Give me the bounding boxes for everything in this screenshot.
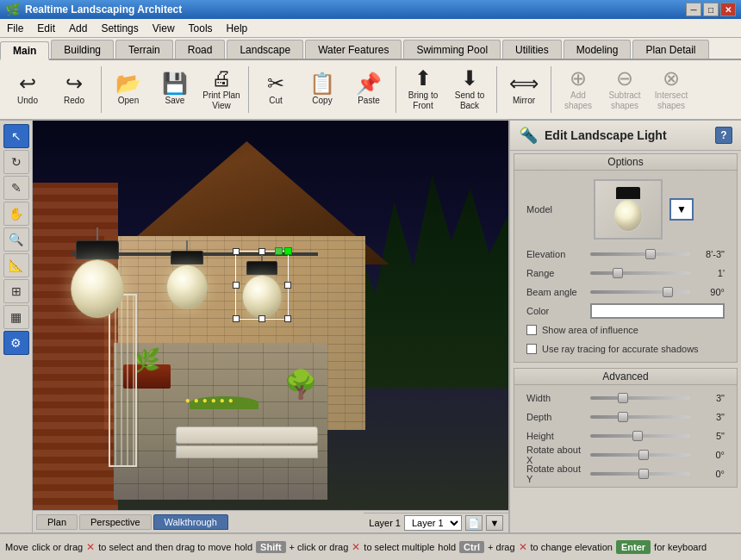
color-row: Color (521, 302, 730, 320)
panel-help-button[interactable]: ? (715, 127, 732, 144)
layer-btn-1[interactable]: 📄 (465, 515, 483, 531)
bring-front-button[interactable]: ⬆ Bring to Front (401, 63, 445, 116)
save-button[interactable]: 💾 Save (153, 63, 197, 116)
select-tool[interactable]: ↖ (3, 124, 29, 148)
elevation-slider[interactable] (590, 252, 690, 256)
railing-bars (110, 296, 135, 465)
status-click-drag: click or drag (32, 542, 83, 552)
mirror-button[interactable]: ⟺ Mirror (501, 63, 546, 116)
viewport-bottom-bar: Plan Perspective Walkthrough Layer 1 Lay… (33, 510, 508, 532)
height-slider[interactable] (590, 434, 690, 438)
open-button[interactable]: 📂 Open (106, 63, 151, 116)
cut-button[interactable]: ✂ Cut (253, 63, 298, 116)
undo-button[interactable]: ↩ Undo (5, 63, 50, 116)
window-controls[interactable]: ─ □ ✕ (686, 3, 736, 16)
menu-settings[interactable]: Settings (94, 21, 145, 36)
color-swatch[interactable] (590, 303, 725, 319)
settings-tool[interactable]: ⚙ (3, 331, 29, 355)
layer-btn-2[interactable]: ▼ (486, 515, 503, 531)
width-row: Width 3" (521, 389, 730, 408)
rotate-tool[interactable]: ↻ (3, 150, 29, 174)
options-section-content: Model ▼ Elevation (514, 171, 737, 362)
subtract-shapes-label: Subtract shapes (605, 90, 644, 111)
minimize-button[interactable]: ─ (686, 3, 701, 16)
menu-edit[interactable]: Edit (30, 21, 62, 36)
status-plus-click: + click or drag (290, 542, 349, 552)
send-back-button[interactable]: ⬇ Send to Back (447, 63, 492, 116)
handle-tr-green (284, 247, 292, 255)
tab-bar: Main Building Terrain Road Landscape Wat… (0, 38, 741, 60)
grid-tool-1[interactable]: ⊞ (3, 279, 29, 303)
tab-landscape[interactable]: Landscape (227, 40, 303, 59)
close-button[interactable]: ✕ (720, 3, 736, 16)
layer-select[interactable]: Layer 1 (404, 515, 462, 531)
width-thumb[interactable] (618, 393, 628, 403)
app-title: Realtime Landscaping Architect (25, 3, 182, 16)
add-shapes-label: Add shapes (558, 90, 598, 111)
tab-main[interactable]: Main (0, 41, 49, 60)
status-enter-key: Enter (616, 540, 651, 554)
status-hold: hold (234, 542, 252, 552)
view-tab-plan[interactable]: Plan (36, 514, 78, 530)
menu-help[interactable]: Help (220, 21, 255, 36)
print-button[interactable]: 🖨 Print Plan View (199, 63, 244, 116)
elevation-thumb[interactable] (645, 249, 656, 259)
app-icon: 🌿 (5, 3, 20, 16)
menu-file[interactable]: File (0, 21, 30, 36)
tab-utilities[interactable]: Utilities (502, 40, 562, 59)
range-thumb[interactable] (613, 268, 623, 278)
tab-building[interactable]: Building (51, 40, 114, 59)
elevation-value: 8'-3" (694, 249, 725, 259)
pan-tool[interactable]: ✋ (3, 202, 29, 226)
cut-label: Cut (269, 96, 283, 106)
range-slider[interactable] (590, 271, 690, 275)
status-move: Move (5, 542, 28, 552)
pen-tool[interactable]: ✎ (3, 176, 29, 200)
paste-button[interactable]: 📌 Paste (346, 63, 391, 116)
menu-view[interactable]: View (146, 21, 182, 36)
view-tab-perspective[interactable]: Perspective (79, 514, 151, 530)
rotate-y-slider[interactable] (590, 472, 690, 476)
rotate-y-thumb[interactable] (638, 469, 649, 479)
grid-tool-2[interactable]: ▦ (3, 305, 29, 329)
width-slider[interactable] (590, 396, 690, 400)
ray-tracing-checkbox[interactable] (526, 344, 537, 354)
handle-ml (233, 282, 240, 289)
rotate-x-thumb[interactable] (638, 450, 649, 460)
show-influence-checkbox[interactable] (526, 325, 537, 335)
height-thumb[interactable] (632, 431, 643, 441)
range-value: 1' (694, 268, 725, 278)
depth-slider[interactable] (590, 415, 690, 419)
menu-add[interactable]: Add (62, 21, 94, 36)
tab-swimming-pool[interactable]: Swimming Pool (403, 40, 501, 59)
tab-road[interactable]: Road (175, 40, 226, 59)
undo-icon: ↩ (19, 73, 36, 94)
maximize-button[interactable]: □ (703, 3, 719, 16)
tab-plan-detail[interactable]: Plan Detail (632, 40, 708, 59)
range-row: Range 1' (521, 264, 730, 283)
beam-angle-thumb[interactable] (663, 287, 673, 297)
menu-tools[interactable]: Tools (182, 21, 220, 36)
zoom-tool[interactable]: 🔍 (3, 227, 29, 252)
layer-bar: Layer 1 Layer 1 📄 ▼ (364, 513, 508, 532)
rotate-x-slider[interactable] (590, 453, 690, 457)
separator-5 (551, 66, 551, 113)
status-shift-key: Shift (256, 541, 285, 553)
lamp-3-selected[interactable] (242, 252, 282, 318)
handle-bl (233, 315, 240, 322)
add-shapes-button: ⊕ Add shapes (556, 63, 601, 116)
model-dropdown-button[interactable]: ▼ (669, 198, 694, 221)
depth-thumb[interactable] (618, 412, 628, 422)
lamp-1 (71, 227, 124, 318)
view-tab-walkthrough[interactable]: Walkthrough (153, 514, 228, 530)
tab-modeling[interactable]: Modeling (564, 40, 632, 59)
tab-water-features[interactable]: Water Features (305, 40, 402, 59)
viewport[interactable]: 🌿 🌳 ●●●●●● Plan Perspective Walkthrough … (33, 121, 508, 532)
beam-angle-slider[interactable] (590, 290, 690, 294)
measure-tool[interactable]: 📐 (3, 253, 29, 277)
redo-button[interactable]: ↪ Redo (52, 63, 97, 116)
copy-button[interactable]: 📋 Copy (300, 63, 345, 116)
title-bar: 🌿 Realtime Landscaping Architect ─ □ ✕ (0, 0, 741, 19)
tab-terrain[interactable]: Terrain (115, 40, 173, 59)
status-plus-drag: + drag (488, 542, 515, 552)
